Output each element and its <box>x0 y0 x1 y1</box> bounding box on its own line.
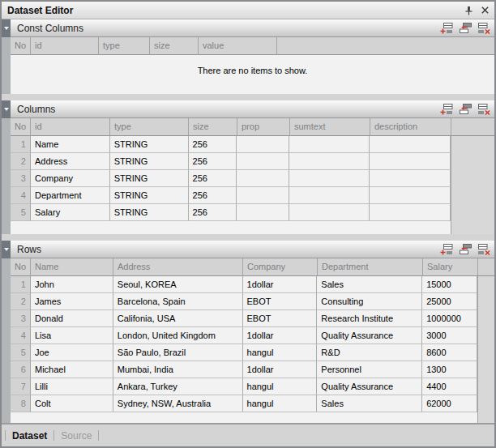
data-cell[interactable]: Department <box>31 187 110 204</box>
data-cell[interactable]: Name <box>31 136 110 153</box>
data-cell[interactable] <box>370 204 451 221</box>
data-cell[interactable]: Sales <box>317 395 422 412</box>
data-cell[interactable]: Barcelona, Spain <box>113 293 243 310</box>
data-cell[interactable]: 8600 <box>422 344 477 361</box>
tab-dataset[interactable]: Dataset <box>6 430 53 442</box>
row-number-cell[interactable]: 7 <box>11 378 31 395</box>
data-cell[interactable] <box>289 136 370 153</box>
add-row-button[interactable] <box>439 22 454 35</box>
row-number-cell[interactable]: 2 <box>11 153 31 170</box>
column-header-cell[interactable] <box>478 258 494 276</box>
row-number-cell[interactable]: 8 <box>11 395 31 412</box>
table-row[interactable]: 4LisaLondon, United Kingdom1dollarQualit… <box>11 327 477 344</box>
tab-source[interactable]: Source <box>54 430 98 442</box>
data-cell[interactable]: Sydney, NSW, Australia <box>113 395 243 412</box>
column-header-cell[interactable]: Department <box>318 258 423 276</box>
data-cell[interactable] <box>289 204 370 221</box>
delete-row-button[interactable] <box>477 103 491 116</box>
column-header-cell[interactable]: Salary <box>423 258 478 276</box>
data-cell[interactable]: STRING <box>110 136 189 153</box>
data-cell[interactable]: Consulting <box>317 293 422 310</box>
table-row[interactable]: 3DonaldCalifonia, USAEBOTResearch Instit… <box>11 310 477 327</box>
data-cell[interactable]: Joe <box>31 344 113 361</box>
table-row[interactable]: 6MichaelMumbai, India1dollarPersonnel130… <box>11 361 477 378</box>
column-header-cell[interactable]: prop <box>237 118 290 136</box>
column-header-cell[interactable]: id <box>31 118 110 136</box>
insert-row-button[interactable] <box>458 103 472 116</box>
column-header-cell[interactable] <box>451 118 494 136</box>
data-cell[interactable]: London, United Kingdom <box>113 327 243 344</box>
data-cell[interactable]: Mumbai, India <box>113 361 243 378</box>
row-number-cell[interactable]: 2 <box>11 293 31 310</box>
data-cell[interactable]: Donald <box>31 310 113 327</box>
column-header-cell[interactable]: No <box>11 118 31 136</box>
table-row[interactable]: 7LilliAnkara, TurkeyhangulQuality Assura… <box>11 378 477 395</box>
table-row[interactable]: 1NameSTRING256 <box>11 136 451 153</box>
data-cell[interactable]: Lilli <box>31 378 113 395</box>
row-number-cell[interactable]: 6 <box>11 361 31 378</box>
columns-collapse-button[interactable] <box>2 100 11 118</box>
data-cell[interactable]: Research Institute <box>317 310 422 327</box>
data-cell[interactable]: 256 <box>189 170 237 187</box>
data-cell[interactable]: 256 <box>189 187 237 204</box>
data-cell[interactable]: 1dollar <box>243 327 318 344</box>
column-header-cell[interactable]: sumtext <box>290 118 370 136</box>
column-header-cell[interactable]: No <box>11 37 31 55</box>
data-cell[interactable]: 25000 <box>422 293 477 310</box>
data-cell[interactable]: Quality Assurance <box>317 327 422 344</box>
data-cell[interactable]: 256 <box>189 136 237 153</box>
table-row[interactable]: 1JohnSeoul, KOREA1dollarSales15000 <box>11 276 477 293</box>
data-cell[interactable]: Seoul, KOREA <box>113 276 243 293</box>
data-cell[interactable]: Califonia, USA <box>113 310 243 327</box>
column-header-cell[interactable]: size <box>189 118 237 136</box>
data-cell[interactable]: EBOT <box>243 310 318 327</box>
data-cell[interactable]: R&D <box>317 344 422 361</box>
data-cell[interactable] <box>237 204 289 221</box>
column-header-cell[interactable]: id <box>31 37 99 55</box>
close-button[interactable] <box>478 4 491 17</box>
column-header-cell[interactable]: Company <box>243 258 318 276</box>
row-number-cell[interactable]: 3 <box>11 310 31 327</box>
column-header-cell[interactable]: description <box>370 118 451 136</box>
data-cell[interactable]: hangul <box>243 378 318 395</box>
row-number-cell[interactable]: 1 <box>11 276 31 293</box>
table-row[interactable]: 4DepartmentSTRING256 <box>11 187 451 204</box>
data-cell[interactable]: Ankara, Turkey <box>113 378 243 395</box>
row-number-cell[interactable]: 3 <box>11 170 31 187</box>
data-cell[interactable]: 1dollar <box>243 276 318 293</box>
insert-row-button[interactable] <box>458 22 472 35</box>
row-number-cell[interactable]: 4 <box>11 327 31 344</box>
data-cell[interactable]: 1000000 <box>422 310 477 327</box>
delete-row-button[interactable] <box>477 243 491 256</box>
data-cell[interactable] <box>237 153 289 170</box>
data-cell[interactable]: John <box>31 276 113 293</box>
data-cell[interactable]: 256 <box>189 204 237 221</box>
data-cell[interactable]: hangul <box>243 395 318 412</box>
data-cell[interactable]: James <box>31 293 113 310</box>
table-row[interactable]: 5SalarySTRING256 <box>11 204 451 221</box>
column-header-cell[interactable]: type <box>99 37 150 55</box>
data-cell[interactable]: 3000 <box>422 327 477 344</box>
data-cell[interactable]: Sales <box>317 276 422 293</box>
const-columns-collapse-button[interactable] <box>2 19 11 37</box>
add-row-button[interactable] <box>439 243 454 256</box>
data-cell[interactable] <box>289 187 370 204</box>
data-cell[interactable]: STRING <box>110 187 189 204</box>
delete-row-button[interactable] <box>477 22 491 35</box>
data-cell[interactable] <box>370 153 451 170</box>
data-cell[interactable] <box>370 170 451 187</box>
pin-button[interactable] <box>462 4 475 17</box>
table-row[interactable]: 3CompanySTRING256 <box>11 170 451 187</box>
data-cell[interactable]: Personnel <box>317 361 422 378</box>
data-cell[interactable]: STRING <box>110 153 189 170</box>
data-cell[interactable]: 62000 <box>422 395 477 412</box>
row-number-cell[interactable]: 1 <box>11 136 31 153</box>
table-row[interactable]: 2JamesBarcelona, SpainEBOTConsulting2500… <box>11 293 477 310</box>
data-cell[interactable] <box>237 170 289 187</box>
column-header-cell[interactable]: Address <box>113 258 243 276</box>
table-row[interactable]: 2AddressSTRING256 <box>11 153 451 170</box>
data-cell[interactable]: hangul <box>243 344 318 361</box>
column-header-cell[interactable] <box>277 37 494 55</box>
data-cell[interactable]: STRING <box>110 204 189 221</box>
row-number-cell[interactable]: 5 <box>11 344 31 361</box>
